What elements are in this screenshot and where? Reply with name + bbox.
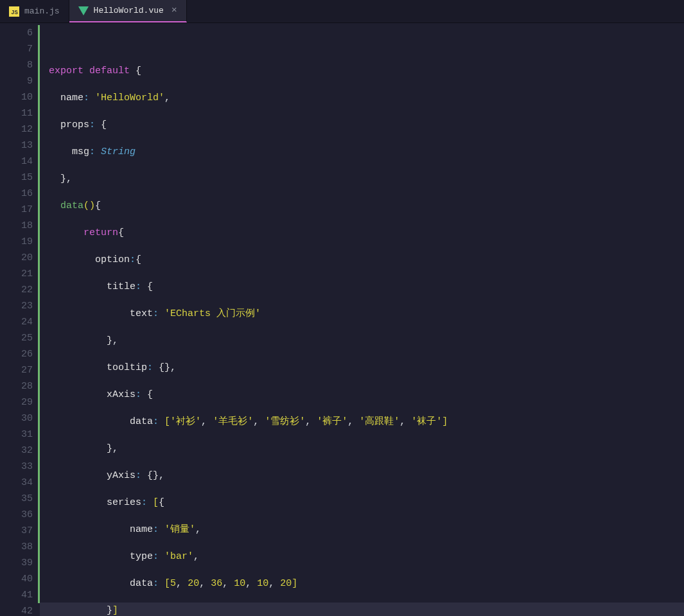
line-number: 32 bbox=[0, 443, 40, 459]
string-item: '高跟鞋' bbox=[359, 416, 399, 427]
prop-msg: msg bbox=[72, 146, 89, 157]
line-number: 6 bbox=[0, 25, 40, 41]
line-number: 41 bbox=[0, 587, 40, 603]
line-number: 18 bbox=[0, 218, 40, 234]
prop-yaxis: yAxis bbox=[107, 470, 136, 481]
string-item: '裤子' bbox=[317, 416, 347, 427]
prop-tooltip: tooltip bbox=[107, 362, 147, 373]
string-item: '衬衫' bbox=[170, 416, 201, 427]
string-bar: 'bar' bbox=[164, 551, 193, 562]
number: 20 bbox=[280, 578, 292, 589]
line-number: 28 bbox=[0, 378, 40, 394]
line-number: 38 bbox=[0, 539, 40, 555]
active-line: }] bbox=[40, 603, 684, 616]
line-number: 7 bbox=[0, 41, 40, 57]
tab-label: HelloWorld.vue bbox=[94, 6, 164, 15]
tab-helloworld-vue[interactable]: HelloWorld.vue × bbox=[69, 0, 187, 22]
number: 5 bbox=[170, 578, 176, 589]
prop-props: props bbox=[60, 119, 89, 130]
prop-xaxis: xAxis bbox=[107, 389, 136, 400]
js-icon: JS bbox=[9, 6, 19, 17]
line-number: 34 bbox=[0, 475, 40, 491]
prop-text: text bbox=[130, 308, 153, 319]
string-item: '袜子' bbox=[411, 416, 442, 427]
line-number: 9 bbox=[0, 73, 40, 89]
prop-option: option bbox=[95, 254, 130, 265]
line-number: 26 bbox=[0, 346, 40, 362]
line-number: 15 bbox=[0, 170, 40, 186]
line-gutter: 6789101112131415161718192021222324252627… bbox=[0, 23, 40, 616]
line-number: 39 bbox=[0, 555, 40, 571]
prop-type: type bbox=[130, 551, 153, 562]
line-number: 19 bbox=[0, 234, 40, 250]
line-number: 14 bbox=[0, 154, 40, 170]
line-number: 20 bbox=[0, 250, 40, 266]
string-echarts-title: 'ECharts 入门示例' bbox=[164, 308, 261, 319]
string-helloworld: 'HelloWorld' bbox=[95, 92, 164, 103]
line-number: 42 bbox=[0, 603, 40, 616]
line-number: 37 bbox=[0, 523, 40, 539]
prop-title: title bbox=[107, 281, 136, 292]
number: 10 bbox=[257, 578, 268, 589]
line-number: 30 bbox=[0, 410, 40, 427]
line-number: 31 bbox=[0, 427, 40, 443]
fn-data: data bbox=[60, 200, 83, 211]
line-number: 29 bbox=[0, 394, 40, 410]
line-number: 21 bbox=[0, 266, 40, 282]
string-item: '雪纺衫' bbox=[265, 416, 305, 427]
tab-bar: JS main.js HelloWorld.vue × bbox=[0, 0, 684, 23]
line-number: 17 bbox=[0, 202, 40, 218]
prop-series: series bbox=[107, 497, 141, 508]
line-number: 36 bbox=[0, 507, 40, 523]
code-content[interactable]: export default { name: 'HelloWorld', pro… bbox=[40, 23, 684, 616]
tab-main-js[interactable]: JS main.js bbox=[0, 0, 69, 22]
line-number: 11 bbox=[0, 105, 40, 121]
close-icon[interactable]: × bbox=[171, 5, 177, 16]
keyword-export: export bbox=[49, 66, 83, 76]
line-number: 40 bbox=[0, 571, 40, 587]
keyword-return: return bbox=[83, 227, 118, 238]
line-number: 33 bbox=[0, 459, 40, 475]
line-number: 22 bbox=[0, 282, 40, 298]
vue-icon bbox=[78, 6, 89, 15]
string-xiaoliang: '销量' bbox=[164, 524, 195, 535]
line-number: 12 bbox=[0, 121, 40, 137]
number: 36 bbox=[211, 578, 222, 589]
number: 20 bbox=[188, 578, 199, 589]
prop-data: data bbox=[130, 416, 153, 427]
line-number: 13 bbox=[0, 137, 40, 154]
string-item: '羊毛衫' bbox=[213, 416, 253, 427]
line-number: 27 bbox=[0, 362, 40, 378]
number: 10 bbox=[234, 578, 245, 589]
line-number: 25 bbox=[0, 330, 40, 346]
prop-data: data bbox=[130, 578, 153, 589]
line-number: 10 bbox=[0, 89, 40, 105]
line-number: 8 bbox=[0, 57, 40, 73]
line-number: 23 bbox=[0, 298, 40, 314]
code-editor[interactable]: 6789101112131415161718192021222324252627… bbox=[0, 23, 684, 616]
line-number: 16 bbox=[0, 186, 40, 202]
tab-label: main.js bbox=[24, 6, 60, 16]
type-string: String bbox=[101, 146, 136, 157]
keyword-default: default bbox=[89, 66, 130, 76]
prop-name: name bbox=[60, 92, 83, 103]
line-number: 24 bbox=[0, 314, 40, 330]
prop-name: name bbox=[130, 524, 153, 535]
line-number: 35 bbox=[0, 491, 40, 507]
